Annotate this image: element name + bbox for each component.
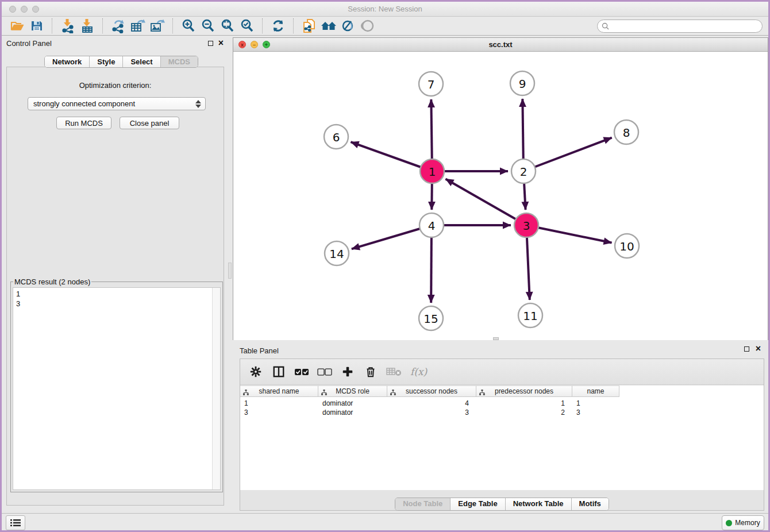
close-panel-button[interactable]: Close panel [120, 117, 179, 129]
node-3[interactable]: 3 [514, 213, 538, 237]
table-toolbar: f(x) [240, 359, 764, 385]
network-maximize-icon[interactable]: + [263, 41, 270, 48]
node-2[interactable]: 2 [511, 159, 536, 183]
control-panel-header: Control Panel × [2, 37, 229, 51]
refresh-layout-icon[interactable] [268, 18, 288, 34]
function-builder-icon[interactable]: f(x) [410, 363, 427, 380]
edge-3-1[interactable] [445, 179, 526, 225]
save-session-icon[interactable] [27, 18, 47, 34]
zoom-window-icon[interactable] [32, 6, 39, 13]
edge-3-10[interactable] [526, 225, 612, 243]
table-row[interactable]: 3dominator323 [240, 408, 764, 417]
deselect-all-icon[interactable] [317, 363, 332, 380]
node-6[interactable]: 6 [324, 125, 348, 149]
network-splitter-grip[interactable] [493, 337, 499, 340]
node-7[interactable]: 7 [419, 72, 443, 96]
delete-table-icon[interactable] [386, 363, 402, 380]
column-header-name[interactable]: name [572, 385, 619, 397]
tab-node-table[interactable]: Node Table [395, 498, 450, 510]
tab-select[interactable]: Select [122, 56, 160, 67]
column-header-shared-name[interactable]: shared name [240, 385, 318, 397]
table-cell: dominator [318, 399, 387, 408]
node-9[interactable]: 9 [510, 71, 534, 95]
node-11[interactable]: 11 [518, 303, 542, 327]
zoom-out-icon[interactable] [198, 18, 218, 34]
table-row[interactable]: 1dominator411 [240, 399, 764, 408]
import-table-icon[interactable] [78, 18, 97, 34]
tab-network[interactable]: Network [45, 56, 89, 67]
network-minimize-icon[interactable]: – [251, 41, 258, 48]
table-settings-icon[interactable] [248, 363, 263, 380]
zoom-selected-icon[interactable] [237, 18, 257, 34]
network-canvas[interactable]: 1234678910111415 [233, 52, 768, 340]
search-icon [602, 22, 609, 30]
search-input[interactable] [611, 21, 762, 32]
table-cell: 1 [476, 399, 572, 408]
hide-graphics-details-icon[interactable] [338, 18, 358, 34]
node-4[interactable]: 4 [419, 213, 444, 237]
export-network-icon[interactable] [109, 18, 128, 34]
run-mcds-button[interactable]: Run MCDS [56, 117, 111, 129]
node-10[interactable]: 10 [615, 234, 639, 258]
edge-2-8[interactable] [523, 138, 612, 171]
control-panel-tabs: NetworkStyleSelectMCDS [44, 56, 198, 68]
app-titlebar: Session: New Session [2, 2, 768, 17]
export-table-icon[interactable] [128, 18, 148, 34]
column-header-MCDS-role[interactable]: MCDS role [318, 385, 387, 397]
tab-edge-table[interactable]: Edge Table [450, 498, 505, 510]
table-tabs: Node TableEdge TableNetwork TableMotifs [395, 498, 609, 511]
delete-column-icon[interactable] [363, 363, 378, 380]
float-panel-icon[interactable] [208, 41, 213, 46]
network-window-titlebar: x – + scc.txt [233, 38, 768, 52]
list-icon [10, 519, 21, 527]
tab-network-table[interactable]: Network Table [505, 498, 571, 510]
table-body: 1dominator4113dominator323 [240, 397, 764, 417]
add-column-icon[interactable] [340, 363, 355, 380]
table-cell: dominator [318, 408, 387, 417]
close-panel-icon[interactable]: × [218, 37, 224, 49]
table-cell: 1 [240, 399, 318, 408]
node-14[interactable]: 14 [325, 241, 349, 265]
float-table-panel-icon[interactable] [744, 346, 749, 352]
node-1[interactable]: 1 [420, 159, 444, 183]
memory-button[interactable]: Memory [722, 515, 764, 530]
panel-splitter-grip[interactable] [228, 263, 232, 279]
export-image-icon[interactable] [148, 18, 167, 34]
svg-text:6: 6 [333, 130, 340, 144]
select-all-icon[interactable] [294, 363, 309, 380]
app-title: Session: New Session [2, 2, 768, 16]
tab-motifs[interactable]: Motifs [571, 498, 609, 510]
criterion-select[interactable]: strongly connected component [28, 97, 206, 110]
control-panel-title: Control Panel [6, 39, 52, 48]
open-session-icon[interactable] [7, 18, 27, 34]
tab-mcds[interactable]: MCDS [160, 56, 198, 67]
clone-network-icon[interactable] [299, 18, 319, 34]
node-15[interactable]: 15 [419, 306, 443, 330]
mcds-result-legend: MCDS result (2 nodes) [13, 277, 91, 286]
split-panel-icon[interactable] [271, 363, 286, 380]
network-window-title: scc.txt [233, 38, 768, 51]
table-cell: 3 [572, 408, 619, 417]
column-header-successor-nodes[interactable]: successor nodes [387, 385, 476, 397]
table-panel-header: Table Panel × [233, 342, 768, 356]
column-header-predecessor-nodes[interactable]: predecessor nodes [476, 385, 572, 397]
mcds-result-area[interactable]: 13 [13, 287, 221, 490]
close-table-panel-icon[interactable]: × [756, 343, 761, 354]
task-history-button[interactable] [6, 515, 25, 530]
zoom-fit-icon[interactable] [218, 18, 237, 34]
tab-style[interactable]: Style [89, 56, 122, 67]
result-scrollbar[interactable] [212, 288, 220, 489]
first-neighbors-icon[interactable] [319, 18, 338, 34]
zoom-in-icon[interactable] [179, 18, 198, 34]
birds-eye-view-icon[interactable] [358, 18, 378, 34]
search-box[interactable] [597, 20, 763, 33]
network-close-icon[interactable]: x [238, 41, 246, 48]
toolbar-separator [172, 18, 174, 33]
svg-text:7: 7 [428, 78, 435, 91]
minimize-window-icon[interactable] [21, 6, 28, 13]
edge-1-6[interactable] [351, 142, 432, 171]
close-window-icon[interactable] [9, 6, 16, 13]
node-8[interactable]: 8 [614, 120, 638, 144]
import-network-icon[interactable] [58, 18, 78, 34]
svg-text:1: 1 [429, 165, 436, 179]
